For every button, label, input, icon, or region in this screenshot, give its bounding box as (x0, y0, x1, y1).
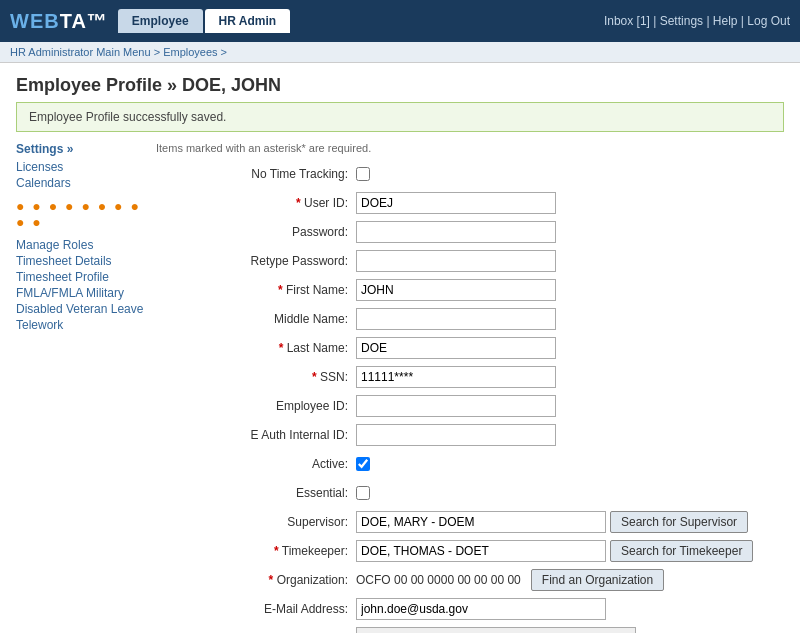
logo-web: WEB (10, 10, 60, 32)
page-title: Employee Profile » DOE, JOHN (0, 63, 800, 102)
main-content: Settings » Licenses Calendars ● ● ● ● ● … (0, 142, 800, 633)
form-area: Items marked with an asterisk* are requi… (156, 142, 784, 633)
timekeeper-input[interactable] (356, 540, 606, 562)
label-password: Password: (156, 225, 356, 239)
middle-name-input[interactable] (356, 308, 556, 330)
row-user-id: * User ID: (156, 191, 784, 215)
essential-checkbox[interactable] (356, 486, 370, 500)
label-employee-id: Employee ID: (156, 399, 356, 413)
label-user-id: * User ID: (156, 196, 356, 210)
search-timekeeper-button[interactable]: Search for Timekeeper (610, 540, 753, 562)
label-last-name: * Last Name: (156, 341, 356, 355)
row-middle-name: Middle Name: (156, 307, 784, 331)
row-e-auth: E Auth Internal ID: (156, 423, 784, 447)
search-supervisor-button[interactable]: Search for Supervisor (610, 511, 748, 533)
user-id-input[interactable] (356, 192, 556, 214)
last-name-input[interactable] (356, 337, 556, 359)
row-password: Password: (156, 220, 784, 244)
success-message: Employee Profile successfully saved. (16, 102, 784, 132)
label-email: E-Mail Address: (156, 602, 356, 616)
sidebar-item-timesheet-details[interactable]: Timesheet Details (16, 254, 146, 268)
row-organization: * Organization: OCFO 00 00 0000 00 00 00… (156, 568, 784, 592)
no-time-tracking-checkbox[interactable] (356, 167, 370, 181)
retype-password-input[interactable] (356, 250, 556, 272)
sidebar-item-telework[interactable]: Telework (16, 318, 146, 332)
row-supervisor: Supervisor: Search for Supervisor (156, 510, 784, 534)
row-timekeeper: * Timekeeper: Search for Timekeeper (156, 539, 784, 563)
breadcrumb-text: HR Administrator Main Menu > Employees > (10, 46, 227, 58)
sidebar-item-timesheet-profile[interactable]: Timesheet Profile (16, 270, 146, 284)
password-input[interactable] (356, 221, 556, 243)
row-last-name: * Last Name: (156, 336, 784, 360)
sidebar: Settings » Licenses Calendars ● ● ● ● ● … (16, 142, 156, 633)
label-first-name: * First Name: (156, 283, 356, 297)
row-first-name: * First Name: (156, 278, 784, 302)
nav-tab-hradmin[interactable]: HR Admin (205, 9, 291, 33)
logo-ta: TA™ (60, 10, 108, 32)
row-retype-password: Retype Password: (156, 249, 784, 273)
label-active: Active: (156, 457, 356, 471)
row-timezone: Timezone: GMT -6:00 Central Time (US & C… (156, 626, 784, 633)
header-left: WEBTA™ Employee HR Admin (10, 9, 292, 33)
label-e-auth: E Auth Internal ID: (156, 428, 356, 442)
row-ssn: * SSN: (156, 365, 784, 389)
row-essential: Essential: (156, 481, 784, 505)
supervisor-input[interactable] (356, 511, 606, 533)
row-active: Active: (156, 452, 784, 476)
row-email: E-Mail Address: (156, 597, 784, 621)
e-auth-input[interactable] (356, 424, 556, 446)
logo: WEBTA™ (10, 10, 108, 33)
label-timekeeper: * Timekeeper: (156, 544, 356, 558)
row-employee-id: Employee ID: (156, 394, 784, 418)
label-organization: * Organization: (156, 573, 356, 587)
sidebar-dots: ● ● ● ● ● ● ● ● ● ● (16, 198, 146, 230)
label-ssn: * SSN: (156, 370, 356, 384)
email-input[interactable] (356, 598, 606, 620)
active-checkbox[interactable] (356, 457, 370, 471)
sidebar-item-disabled-veteran[interactable]: Disabled Veteran Leave (16, 302, 146, 316)
nav-tab-employee[interactable]: Employee (118, 9, 203, 33)
ssn-input[interactable] (356, 366, 556, 388)
label-middle-name: Middle Name: (156, 312, 356, 326)
employee-id-input[interactable] (356, 395, 556, 417)
sidebar-item-fmla[interactable]: FMLA/FMLA Military (16, 286, 146, 300)
sidebar-item-licenses[interactable]: Licenses (16, 160, 146, 174)
header-right-links: Inbox [1] | Settings | Help | Log Out (604, 14, 790, 28)
organization-value: OCFO 00 00 0000 00 00 00 00 (356, 573, 521, 587)
label-no-time-tracking: No Time Tracking: (156, 167, 356, 181)
label-retype-password: Retype Password: (156, 254, 356, 268)
breadcrumb: HR Administrator Main Menu > Employees > (0, 42, 800, 63)
label-supervisor: Supervisor: (156, 515, 356, 529)
find-organization-button[interactable]: Find an Organization (531, 569, 664, 591)
sidebar-item-calendars[interactable]: Calendars (16, 176, 146, 190)
label-essential: Essential: (156, 486, 356, 500)
sidebar-item-manage-roles[interactable]: Manage Roles (16, 238, 146, 252)
required-note: Items marked with an asterisk* are requi… (156, 142, 784, 154)
first-name-input[interactable] (356, 279, 556, 301)
row-no-time-tracking: No Time Tracking: (156, 162, 784, 186)
timezone-select[interactable]: GMT -6:00 Central Time (US & Canada), Me… (356, 627, 636, 633)
header: WEBTA™ Employee HR Admin Inbox [1] | Set… (0, 0, 800, 42)
sidebar-settings-link[interactable]: Settings » (16, 142, 146, 156)
